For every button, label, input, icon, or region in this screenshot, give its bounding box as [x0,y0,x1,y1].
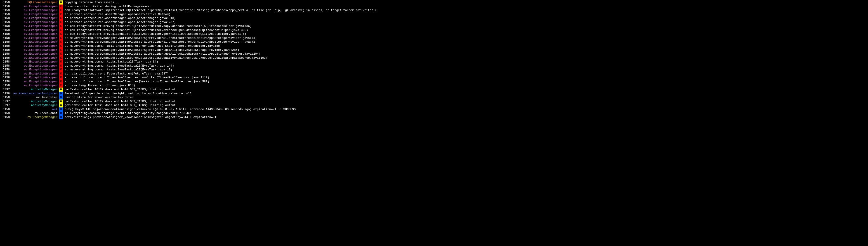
log-row[interactable]: 6158ev.GreenRobotDme.everything.common.s… [0,111,868,115]
log-pid: 6158 [0,83,11,87]
log-message: at java.util.concurrent.ThreadPoolExecut… [64,76,868,80]
log-row[interactable]: 6158ev.ExceptionWrapperEat me.everything… [0,60,868,64]
log-row[interactable]: 6158ev.ExceptionWrapperEat me.everything… [0,68,868,72]
log-row[interactable]: 6158ev.ExceptionWrapperEat android.conte… [0,20,868,24]
log-tag: ev.ExceptionWrapper [11,36,58,40]
log-message: com.readystatesoftware.sqliteasset.SQLit… [64,8,868,12]
log-row[interactable]: 6158ev.ExceptionWrapperEat me.everything… [0,64,868,68]
log-pid: 6158 [0,48,11,52]
log-message: at me.everything.common.tasks.Task.call(… [64,60,868,64]
log-tag: ev.KnownLocationInsighter [11,92,58,96]
log-level-badge: E [59,64,63,68]
log-message: getTasks: caller 10129 does not hold GET… [64,100,868,104]
log-pid: 6158 [0,36,11,40]
log-level-badge: E [59,20,63,24]
log-row[interactable]: 6158ev.ExceptionWrapperEat android.conte… [0,12,868,16]
log-row[interactable]: 6158ev.ExceptionWrapperEat com.readystat… [0,28,868,32]
log-tag: SQLiteAssetHelper [11,0,58,4]
log-row[interactable]: 6158ev.KnownLocationInsighterDReceived n… [0,92,868,96]
log-pid: 6158 [0,64,11,68]
log-pid: 6158 [0,92,11,96]
log-tag: ev.ExceptionWrapper [11,76,58,80]
log-level-badge: D [59,111,63,115]
log-level-badge: E [59,83,63,87]
log-level-badge: E [59,8,63,12]
log-pid: 6158 [0,28,11,32]
log-pid: 6158 [0,115,11,119]
log-row[interactable]: 6158ev.ExceptionWrapperEat me.everything… [0,56,868,60]
log-row[interactable]: 5797ActivityManagerWgetTasks: caller 101… [0,87,868,92]
log-level-badge: E [59,56,63,60]
log-message: at com.readystatesoftware.sqliteasset.SQ… [64,24,868,28]
log-row[interactable]: 6158ev.ExceptionWrapperEat java.util.con… [0,76,868,80]
log-tag: ev.ExceptionWrapper [11,24,58,28]
log-message: at me.everything.core.managers.NativeApp… [64,36,868,40]
log-level-badge: W [59,100,63,104]
log-row[interactable]: 6158ev.ExceptionWrapperEat java.util.con… [0,72,868,76]
log-tag: ev.ExceptionWrapper [11,16,58,20]
log-row[interactable]: 6158ev.ExceptionWrapperEat com.readystat… [0,32,868,36]
log-pid: 6158 [0,111,11,115]
log-tag: ev.ExceptionWrapper [11,20,58,24]
log-row[interactable]: 6158ev.ExceptionWrapperEError reported: … [0,4,868,8]
log-message: at me.everything.common.tasks.EvmeTask.c… [64,64,868,68]
log-row[interactable]: 6158ev.ExceptionWrapperEat me.everything… [0,36,868,40]
log-row[interactable]: 5797ActivityManagerWgetTasks: caller 101… [0,103,868,107]
log-pid: 5797 [0,103,11,107]
log-row[interactable]: 6158SQLiteAssetHelperWcopying database f… [0,0,868,4]
log-level-badge: D [59,115,63,119]
log-message: getTasks: caller 10129 does not hold GET… [64,87,868,92]
log-row[interactable]: 6158ev.ExceptionWrapperEat android.conte… [0,16,868,20]
log-level-badge: E [59,68,63,72]
log-level-badge: E [59,40,63,44]
log-tag: ev.ExceptionWrapper [11,80,58,84]
log-message: at com.readystatesoftware.sqliteasset.SQ… [64,28,868,32]
log-message: Received null geo location insight, sett… [64,92,868,96]
log-tag: ev.ExceptionWrapper [11,68,58,72]
log-level-badge: D [59,96,63,100]
log-row[interactable]: 6158ev.ExceptionWrapperEat me.everything… [0,44,868,48]
log-level-badge: E [59,72,63,76]
log-message: at com.readystatesoftware.sqliteasset.SQ… [64,32,868,36]
log-pid: 6158 [0,32,11,36]
log-row[interactable]: 6158ev.ExceptionWrapperEat me.everything… [0,52,868,56]
log-tag: ev.ExceptionWrapper [11,52,58,56]
log-row[interactable]: 6158ev.ExceptionWrapperEat com.readystat… [0,24,868,28]
log-row[interactable]: 6158ev.StorageManagerDsetExpiration() pr… [0,115,868,119]
log-row[interactable]: 5797ActivityManagerWgetTasks: caller 101… [0,100,868,104]
log-level-badge: E [59,28,63,32]
log-pid: 6158 [0,80,11,84]
log-row[interactable]: 6158ev.ExceptionWrapperEat java.lang.Thr… [0,83,868,87]
log-row[interactable]: 6158ev.ExceptionWrapperEat me.everything… [0,48,868,52]
log-row[interactable]: 6158ev.InsighterDSaving state for KnownL… [0,96,868,100]
log-level-badge: E [59,4,63,8]
log-row[interactable]: 6158aulDput() key=STATE obj=KnownLocatio… [0,107,868,111]
log-message: at java.util.concurrent.FutureTask.run(F… [64,72,868,76]
log-level-badge: D [59,92,63,96]
log-level-badge: E [59,12,63,16]
log-message: at me.everything.common.tasks.EvmeTask.c… [64,68,868,72]
log-level-badge: E [59,52,63,56]
log-pid: 6158 [0,44,11,48]
log-row[interactable]: 6158ev.ExceptionWrapperEat me.everything… [0,40,868,44]
log-tag: ActivityManager [11,100,58,104]
log-tag: ev.ExceptionWrapper [11,40,58,44]
log-tag: ev.ExceptionWrapper [11,83,58,87]
log-message: Error reported: Failed during getAllPack… [64,4,868,8]
log-level-badge: W [59,103,63,107]
log-pid: 6158 [0,4,11,8]
log-pid: 6158 [0,8,11,12]
log-message: getTasks: caller 10129 does not hold GET… [64,103,868,107]
log-level-badge: E [59,80,63,84]
log-tag: ev.ExceptionWrapper [11,60,58,64]
log-tag: ev.ExceptionWrapper [11,56,58,60]
log-level-badge: E [59,48,63,52]
log-pid: 6158 [0,107,11,111]
log-tag: ev.ExceptionWrapper [11,44,58,48]
log-tag: ev.StorageManager [11,115,58,119]
log-pid: 6158 [0,0,11,4]
log-row[interactable]: 6158ev.ExceptionWrapperEat java.util.con… [0,80,868,84]
log-pid: 6158 [0,76,11,80]
log-tag: ev.ExceptionWrapper [11,72,58,76]
log-row[interactable]: 6158ev.ExceptionWrapperEcom.readystateso… [0,8,868,12]
